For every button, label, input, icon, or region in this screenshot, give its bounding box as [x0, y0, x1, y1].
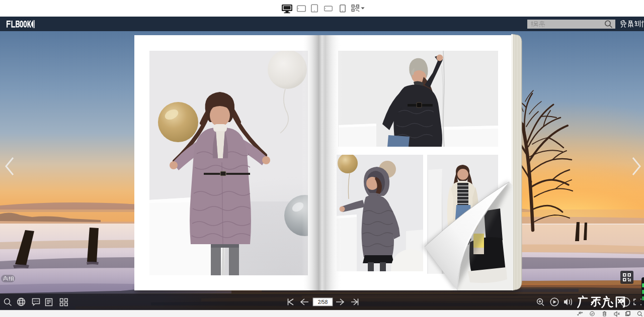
svg-text:2/58: 2/58 [318, 299, 328, 305]
